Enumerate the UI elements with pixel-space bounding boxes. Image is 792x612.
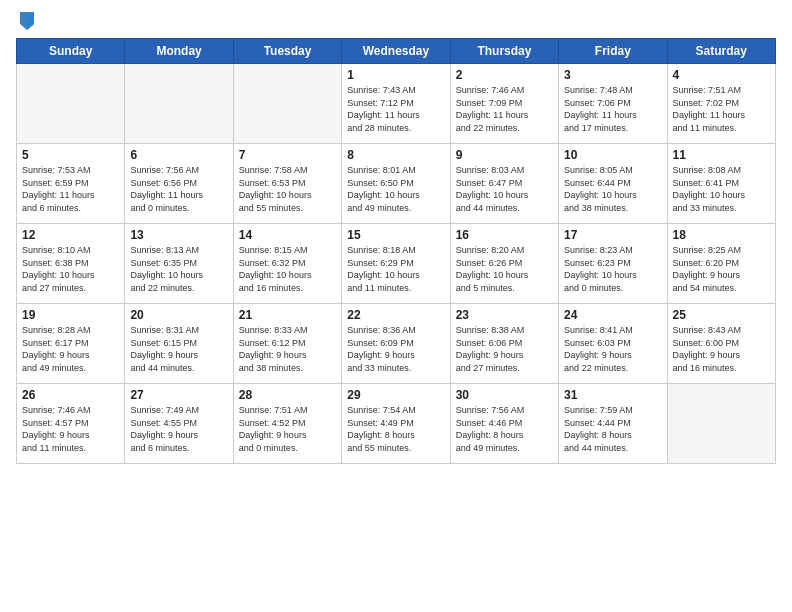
logo — [16, 10, 36, 32]
day-number: 23 — [456, 308, 553, 322]
day-number: 4 — [673, 68, 770, 82]
table-row: 24Sunrise: 8:41 AMSunset: 6:03 PMDayligh… — [559, 304, 667, 384]
day-info: Sunrise: 7:49 AMSunset: 4:55 PMDaylight:… — [130, 404, 227, 454]
day-info: Sunrise: 8:28 AMSunset: 6:17 PMDaylight:… — [22, 324, 119, 374]
table-row: 10Sunrise: 8:05 AMSunset: 6:44 PMDayligh… — [559, 144, 667, 224]
day-info: Sunrise: 8:18 AMSunset: 6:29 PMDaylight:… — [347, 244, 444, 294]
day-info: Sunrise: 8:13 AMSunset: 6:35 PMDaylight:… — [130, 244, 227, 294]
daylight-hours: Daylight: 9 hours — [673, 270, 741, 280]
day-number: 27 — [130, 388, 227, 402]
daylight-hours: Daylight: 9 hours — [564, 350, 632, 360]
daylight-hours: Daylight: 9 hours — [673, 350, 741, 360]
weekday-sunday: Sunday — [17, 39, 125, 64]
table-row: 23Sunrise: 8:38 AMSunset: 6:06 PMDayligh… — [450, 304, 558, 384]
day-number: 31 — [564, 388, 661, 402]
day-info: Sunrise: 8:01 AMSunset: 6:50 PMDaylight:… — [347, 164, 444, 214]
weekday-saturday: Saturday — [667, 39, 775, 64]
daylight-hours: Daylight: 10 hours — [564, 190, 637, 200]
table-row: 12Sunrise: 8:10 AMSunset: 6:38 PMDayligh… — [17, 224, 125, 304]
table-row: 16Sunrise: 8:20 AMSunset: 6:26 PMDayligh… — [450, 224, 558, 304]
day-number: 21 — [239, 308, 336, 322]
day-number: 6 — [130, 148, 227, 162]
daylight-hours: Daylight: 9 hours — [22, 430, 90, 440]
day-number: 1 — [347, 68, 444, 82]
day-info: Sunrise: 8:33 AMSunset: 6:12 PMDaylight:… — [239, 324, 336, 374]
calendar: SundayMondayTuesdayWednesdayThursdayFrid… — [16, 38, 776, 464]
day-info: Sunrise: 8:20 AMSunset: 6:26 PMDaylight:… — [456, 244, 553, 294]
table-row: 26Sunrise: 7:46 AMSunset: 4:57 PMDayligh… — [17, 384, 125, 464]
daylight-hours: Daylight: 9 hours — [130, 430, 198, 440]
day-info: Sunrise: 7:56 AMSunset: 4:46 PMDaylight:… — [456, 404, 553, 454]
table-row: 9Sunrise: 8:03 AMSunset: 6:47 PMDaylight… — [450, 144, 558, 224]
day-info: Sunrise: 7:54 AMSunset: 4:49 PMDaylight:… — [347, 404, 444, 454]
day-info: Sunrise: 7:51 AMSunset: 7:02 PMDaylight:… — [673, 84, 770, 134]
daylight-hours: Daylight: 10 hours — [456, 190, 529, 200]
daylight-hours: Daylight: 10 hours — [347, 270, 420, 280]
day-number: 22 — [347, 308, 444, 322]
daylight-hours: Daylight: 10 hours — [239, 270, 312, 280]
daylight-hours: Daylight: 11 hours — [673, 110, 746, 120]
day-number: 14 — [239, 228, 336, 242]
daylight-hours: Daylight: 10 hours — [130, 270, 203, 280]
day-number: 16 — [456, 228, 553, 242]
day-number: 11 — [673, 148, 770, 162]
daylight-hours: Daylight: 8 hours — [564, 430, 632, 440]
table-row: 29Sunrise: 7:54 AMSunset: 4:49 PMDayligh… — [342, 384, 450, 464]
table-row: 30Sunrise: 7:56 AMSunset: 4:46 PMDayligh… — [450, 384, 558, 464]
daylight-hours: Daylight: 10 hours — [347, 190, 420, 200]
logo-icon — [18, 10, 36, 32]
weekday-wednesday: Wednesday — [342, 39, 450, 64]
weekday-monday: Monday — [125, 39, 233, 64]
daylight-hours: Daylight: 11 hours — [564, 110, 637, 120]
day-info: Sunrise: 8:15 AMSunset: 6:32 PMDaylight:… — [239, 244, 336, 294]
daylight-hours: Daylight: 10 hours — [239, 190, 312, 200]
table-row — [125, 64, 233, 144]
day-number: 3 — [564, 68, 661, 82]
day-number: 18 — [673, 228, 770, 242]
day-info: Sunrise: 7:46 AMSunset: 4:57 PMDaylight:… — [22, 404, 119, 454]
day-info: Sunrise: 8:25 AMSunset: 6:20 PMDaylight:… — [673, 244, 770, 294]
day-info: Sunrise: 8:10 AMSunset: 6:38 PMDaylight:… — [22, 244, 119, 294]
daylight-hours: Daylight: 11 hours — [456, 110, 529, 120]
table-row: 2Sunrise: 7:46 AMSunset: 7:09 PMDaylight… — [450, 64, 558, 144]
day-info: Sunrise: 7:43 AMSunset: 7:12 PMDaylight:… — [347, 84, 444, 134]
day-info: Sunrise: 8:43 AMSunset: 6:00 PMDaylight:… — [673, 324, 770, 374]
table-row — [233, 64, 341, 144]
day-number: 28 — [239, 388, 336, 402]
day-number: 12 — [22, 228, 119, 242]
day-info: Sunrise: 8:36 AMSunset: 6:09 PMDaylight:… — [347, 324, 444, 374]
day-number: 13 — [130, 228, 227, 242]
day-number: 26 — [22, 388, 119, 402]
day-number: 2 — [456, 68, 553, 82]
day-info: Sunrise: 8:31 AMSunset: 6:15 PMDaylight:… — [130, 324, 227, 374]
daylight-hours: Daylight: 11 hours — [130, 190, 203, 200]
day-number: 24 — [564, 308, 661, 322]
day-number: 8 — [347, 148, 444, 162]
table-row — [667, 384, 775, 464]
day-info: Sunrise: 7:51 AMSunset: 4:52 PMDaylight:… — [239, 404, 336, 454]
table-row: 4Sunrise: 7:51 AMSunset: 7:02 PMDaylight… — [667, 64, 775, 144]
weekday-friday: Friday — [559, 39, 667, 64]
table-row: 18Sunrise: 8:25 AMSunset: 6:20 PMDayligh… — [667, 224, 775, 304]
daylight-hours: Daylight: 11 hours — [347, 110, 420, 120]
table-row — [17, 64, 125, 144]
day-info: Sunrise: 7:59 AMSunset: 4:44 PMDaylight:… — [564, 404, 661, 454]
day-number: 17 — [564, 228, 661, 242]
table-row: 17Sunrise: 8:23 AMSunset: 6:23 PMDayligh… — [559, 224, 667, 304]
daylight-hours: Daylight: 10 hours — [456, 270, 529, 280]
table-row: 14Sunrise: 8:15 AMSunset: 6:32 PMDayligh… — [233, 224, 341, 304]
table-row: 15Sunrise: 8:18 AMSunset: 6:29 PMDayligh… — [342, 224, 450, 304]
table-row: 11Sunrise: 8:08 AMSunset: 6:41 PMDayligh… — [667, 144, 775, 224]
day-number: 30 — [456, 388, 553, 402]
weekday-header-row: SundayMondayTuesdayWednesdayThursdayFrid… — [17, 39, 776, 64]
day-info: Sunrise: 8:03 AMSunset: 6:47 PMDaylight:… — [456, 164, 553, 214]
table-row: 1Sunrise: 7:43 AMSunset: 7:12 PMDaylight… — [342, 64, 450, 144]
daylight-hours: Daylight: 9 hours — [239, 430, 307, 440]
day-info: Sunrise: 8:41 AMSunset: 6:03 PMDaylight:… — [564, 324, 661, 374]
day-number: 5 — [22, 148, 119, 162]
daylight-hours: Daylight: 10 hours — [22, 270, 95, 280]
day-info: Sunrise: 8:38 AMSunset: 6:06 PMDaylight:… — [456, 324, 553, 374]
table-row: 7Sunrise: 7:58 AMSunset: 6:53 PMDaylight… — [233, 144, 341, 224]
daylight-hours: Daylight: 8 hours — [456, 430, 524, 440]
table-row: 3Sunrise: 7:48 AMSunset: 7:06 PMDaylight… — [559, 64, 667, 144]
